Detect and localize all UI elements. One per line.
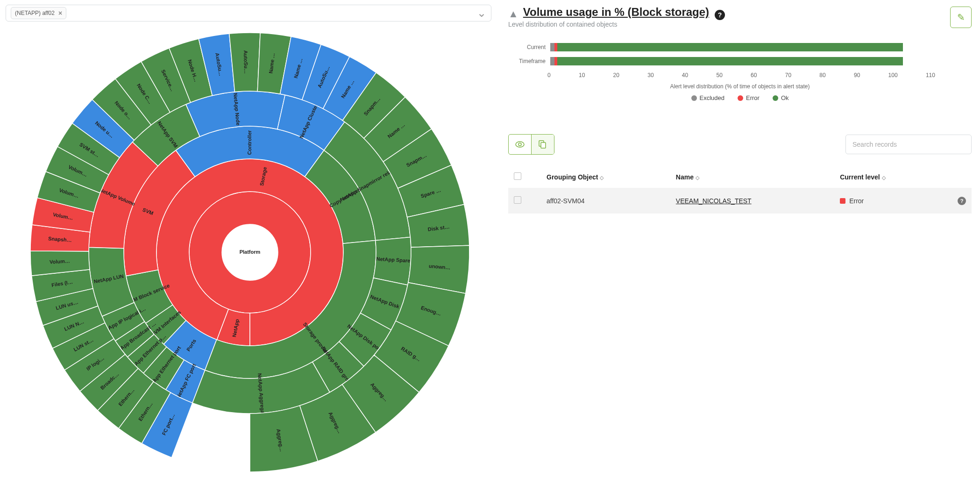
axis-tick: 40	[682, 72, 688, 78]
filter-chip[interactable]: (NETAPP) aff02 ×	[11, 7, 66, 19]
cell-grouping: aff02-SVM04	[541, 188, 670, 214]
axis-tick: 110	[926, 72, 935, 78]
sunburst-segment[interactable]	[229, 33, 260, 92]
bar-segment[interactable]	[550, 43, 554, 51]
table-toolbar	[508, 134, 972, 155]
axis-tick: 20	[613, 72, 619, 78]
sort-icon: ◇	[882, 175, 886, 180]
sunburst-chart[interactable]: NetAppStoragePortsSVM InterfacesSVM Bloc…	[6, 28, 494, 477]
bar-segment[interactable]	[550, 57, 554, 65]
objects-table: Grouping Object◇ Name◇ Current level◇ af…	[508, 166, 972, 214]
bar-track	[550, 57, 938, 65]
axis-tick: 90	[854, 72, 860, 78]
axis-tick: 80	[819, 72, 825, 78]
axis-tick: 0	[547, 72, 551, 78]
legend-item[interactable]: Error	[738, 94, 760, 101]
view-toggle-group	[508, 134, 554, 155]
svg-rect-3	[541, 143, 546, 148]
right-pane: ✎ ▲ Volume usage in % (Block storage) ? …	[500, 0, 980, 478]
warning-icon: ▲	[508, 8, 518, 20]
filter-chip-label: (NETAPP) aff02	[15, 10, 55, 16]
legend-swatch	[738, 95, 743, 101]
view-list-button[interactable]	[531, 135, 554, 154]
col-level[interactable]: Current level◇	[834, 166, 942, 188]
view-grid-button[interactable]	[509, 135, 531, 154]
bar-category-label: Current	[508, 44, 548, 50]
help-icon[interactable]: ?	[715, 10, 725, 20]
sunburst-segment[interactable]	[373, 237, 411, 285]
search-input[interactable]	[845, 135, 972, 154]
pencil-icon: ✎	[957, 12, 965, 23]
axis-label: Alert level distribution (% of time of o…	[508, 83, 972, 90]
distribution-bar-chart: CurrentTimeframe010203040506070809010011…	[508, 40, 972, 101]
bar-track	[550, 43, 938, 51]
axis-tick: 50	[716, 72, 722, 78]
cell-level: Error	[834, 188, 942, 214]
bar-segment[interactable]	[557, 57, 902, 65]
axis-tick: 70	[785, 72, 791, 78]
bar-segment[interactable]	[557, 43, 902, 51]
page-subtitle: Level distribution of contained objects	[508, 21, 972, 28]
legend-item[interactable]: Ok	[773, 94, 789, 101]
col-name[interactable]: Name◇	[670, 166, 834, 188]
legend-swatch	[773, 95, 778, 101]
left-pane: (NETAPP) aff02 × ⌄ NetAppStoragePortsSVM…	[0, 0, 500, 478]
axis-tick: 30	[647, 72, 653, 78]
axis-tick: 100	[888, 72, 898, 78]
edit-button[interactable]: ✎	[950, 7, 972, 28]
cell-name-link[interactable]: VEEAM_NICOLAS_TEST	[676, 197, 752, 205]
legend-item[interactable]: Excluded	[691, 94, 724, 101]
chevron-down-icon[interactable]: ⌄	[477, 7, 486, 20]
axis-tick: 10	[579, 72, 585, 78]
help-icon[interactable]: ?	[958, 197, 966, 205]
sort-icon: ◇	[600, 175, 604, 180]
legend-swatch	[691, 95, 697, 101]
close-icon[interactable]: ×	[58, 9, 62, 17]
select-all-checkbox[interactable]	[514, 172, 521, 180]
col-grouping[interactable]: Grouping Object◇	[541, 166, 670, 188]
axis-tick: 60	[751, 72, 757, 78]
sunburst-center[interactable]	[222, 224, 278, 280]
svg-point-1	[518, 143, 521, 146]
sort-icon: ◇	[696, 175, 699, 180]
bar-category-label: Timeframe	[508, 58, 548, 64]
row-checkbox[interactable]	[514, 196, 521, 204]
svg-point-0	[516, 142, 524, 147]
page-title[interactable]: Volume usage in % (Block storage)	[523, 6, 709, 19]
table-row[interactable]: aff02-SVM04VEEAM_NICOLAS_TESTError?	[508, 188, 972, 214]
filter-select[interactable]: (NETAPP) aff02 × ⌄	[6, 5, 491, 21]
